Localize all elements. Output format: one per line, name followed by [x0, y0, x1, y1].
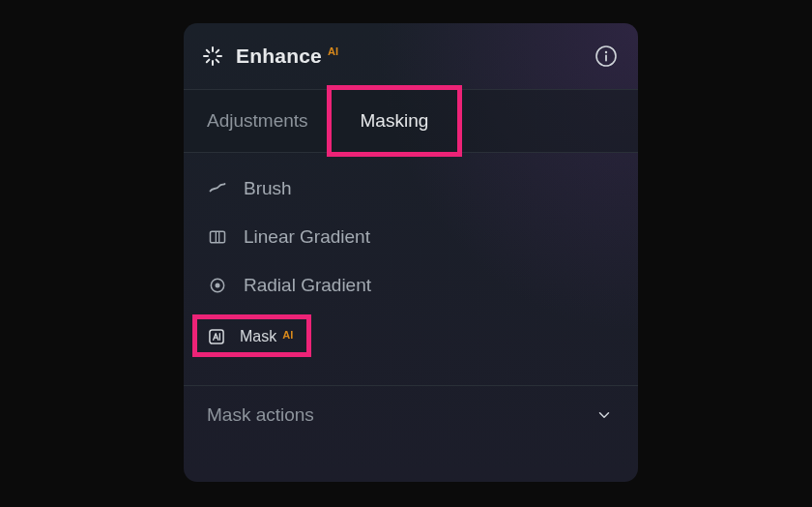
tool-brush[interactable]: Brush [197, 172, 624, 205]
tool-linear-gradient-label: Linear Gradient [244, 226, 370, 248]
tool-radial-gradient[interactable]: Radial Gradient [197, 269, 624, 302]
mask-actions-label: Mask actions [207, 404, 314, 426]
tool-mask-ai-label: Mask [240, 328, 276, 345]
masking-tools-list: Brush Linear Gradient Radial Gradient [184, 153, 638, 375]
tab-masking-label: Masking [361, 110, 429, 132]
tool-mask-ai[interactable]: Mask AI [197, 319, 306, 352]
tool-brush-label: Brush [244, 178, 292, 199]
svg-line-6 [207, 60, 210, 63]
info-button[interactable] [594, 44, 619, 69]
brush-icon [207, 178, 228, 199]
svg-point-15 [216, 283, 220, 288]
tabs-row: Adjustments Masking [184, 89, 638, 153]
ai-badge: AI [328, 46, 338, 57]
tab-masking[interactable]: Masking [332, 90, 458, 152]
radial-gradient-icon [207, 275, 228, 296]
chevron-down-icon [594, 404, 615, 426]
panel-title: Enhance AI [236, 45, 338, 68]
svg-line-4 [207, 50, 210, 53]
mask-ai-icon [207, 327, 226, 346]
tab-adjustments[interactable]: Adjustments [184, 90, 332, 152]
tool-linear-gradient[interactable]: Linear Gradient [197, 221, 624, 254]
linear-gradient-icon [207, 226, 228, 248]
tab-adjustments-label: Adjustments [207, 110, 308, 132]
tool-radial-gradient-label: Radial Gradient [244, 275, 371, 296]
svg-rect-10 [605, 55, 607, 62]
enhance-sparkle-icon [201, 45, 224, 68]
svg-point-9 [605, 51, 607, 53]
svg-rect-11 [211, 231, 225, 243]
svg-line-7 [217, 50, 219, 53]
panel-header: Enhance AI [184, 23, 638, 89]
svg-line-5 [217, 60, 219, 63]
panel-title-text: Enhance [236, 45, 322, 68]
tool-mask-ai-wrapper: Mask AI [197, 319, 624, 352]
enhance-panel: Enhance AI Adjustments Masking [184, 23, 638, 482]
info-icon [594, 45, 618, 68]
ai-badge-mask: AI [282, 330, 293, 341]
mask-actions-row[interactable]: Mask actions [184, 386, 638, 444]
